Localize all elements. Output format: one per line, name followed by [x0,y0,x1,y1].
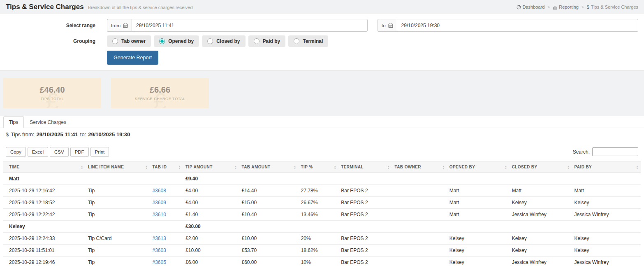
cell-tab-amount: £10.40 [239,209,298,221]
export-buttons: CopyExcelCSVPDFPrint [6,147,109,157]
cell-tab-amount: £53.70 [239,245,298,257]
group-cell [338,173,392,185]
from-label-text: from [111,23,120,28]
service-charge-total-card: ££6.66SERVICE CHARGE TOTAL [111,78,209,108]
column-header-tip[interactable]: TIP %▲▼ [299,161,339,173]
group-cell [392,173,447,185]
tab-service-charges[interactable]: Service Charges [24,116,72,128]
breadcrumb-item-reporting[interactable]: Reporting [553,5,579,9]
cell-terminal: Bar EPOS 2 [338,209,392,221]
generate-report-button[interactable]: Generate Report [107,51,158,65]
report-title-prefix: Tips from: [11,131,34,138]
cell-tab-id: #3603 [150,245,183,257]
export-print-button[interactable]: Print [90,147,109,157]
cell-time: 2025-10-29 12:16:42 [3,185,86,197]
column-header-tip-amount[interactable]: TIP AMOUNT▲▼ [183,161,239,173]
cell-tab-id: #3608 [150,185,183,197]
cell-tab-amount: £15.00 [239,197,298,209]
cell-tab-id: #3610 [150,209,183,221]
cell-time: 2025-10-29 12:18:52 [3,197,86,209]
radio-icon [112,38,118,44]
cell-tab-amount: £60.00 [239,257,298,266]
tab-id-link[interactable]: #3603 [152,247,166,253]
tips-total-card-label: TIPS TOTAL [41,97,64,101]
cell-closed-by: Jessica Winfrey [510,209,572,221]
title-wrap: Tips & Service Charges Breakdown of all … [6,3,193,11]
cell-terminal: Bar EPOS 2 [338,197,392,209]
tips-total-card-value: £46.40 [39,85,65,95]
sort-icon: ▲▼ [234,165,237,169]
page-header: Tips & Service Charges Breakdown of all … [0,0,644,14]
cell-tab-owner [392,197,447,209]
group-cell [392,221,447,233]
cell-line-item-name: Tip [86,209,150,221]
radio-icon [207,38,213,44]
dollar-icon: $ [587,5,589,9]
tab-id-link[interactable]: #3605 [152,259,166,265]
export-copy-button[interactable]: Copy [6,147,26,157]
grouping-option-closed-by[interactable]: Closed by [202,35,245,47]
cell-tab-id: #3609 [150,197,183,209]
column-header-opened-by[interactable]: OPENED BY▲▼ [447,161,510,173]
to-date-input[interactable] [397,19,638,32]
breadcrumb-item-tips-service-charges[interactable]: $Tips & Service Charges [587,5,638,9]
tab-id-link[interactable]: #3610 [152,212,166,217]
column-header-line-item-name[interactable]: LINE ITEM NAME▲▼ [86,161,150,173]
grouping-option-opened-by[interactable]: Opened by [154,35,199,47]
table-row: 2025-10-29 12:19:46Tip#3605£6.00£60.0010… [3,257,641,266]
cell-tab-owner [392,245,447,257]
table-row: 2025-10-29 12:24:33Tip C/Card#3613£2.00£… [3,233,641,245]
cell-tab-owner [392,257,447,266]
report-tabs: TipsService Charges [0,116,644,128]
group-cell [572,173,641,185]
group-name: Matt [3,173,86,185]
column-header-tab-owner[interactable]: TAB OWNER▲▼ [392,161,447,173]
export-csv-button[interactable]: CSV [50,147,69,157]
sort-icon: ▲▼ [636,165,639,169]
cell-tip-amount: £4.00 [183,197,239,209]
column-header-tab-amount[interactable]: TAB AMOUNT▲▼ [239,161,298,173]
cell-paid-by: Matt [572,185,641,197]
tab-id-link[interactable]: #3613 [152,236,166,241]
sort-icon: ▲▼ [442,165,445,169]
cell-paid-by: Kelsey [572,245,641,257]
cell-terminal: Bar EPOS 2 [338,245,392,257]
sort-icon: ▲▼ [505,165,507,169]
column-header-tab-id[interactable]: TAB ID▲▼ [150,161,183,173]
column-header-closed-by[interactable]: CLOSED BY▲▼ [510,161,572,173]
grouping-option-paid-by[interactable]: Paid by [248,35,286,47]
tab-id-link[interactable]: #3609 [152,200,166,205]
cell-opened-by: Kelsey [447,257,510,266]
column-header-paid-by[interactable]: PAID BY▲▼ [572,161,641,173]
tab-id-link[interactable]: #3608 [152,188,166,194]
select-range-row: Select range from to [6,19,638,32]
sort-icon: ▲▼ [145,165,148,169]
page: Tips & Service Charges Breakdown of all … [0,0,644,266]
group-cell [338,221,392,233]
table-row: 2025-10-29 12:18:52Tip#3609£4.00£15.0026… [3,197,641,209]
group-cell [86,221,150,233]
from-date-input[interactable] [132,19,368,32]
column-header-terminal[interactable]: TERMINAL▲▼ [338,161,392,173]
cell-opened-by: Matt [447,185,510,197]
export-pdf-button[interactable]: PDF [70,147,89,157]
grouping-label: Grouping [6,38,107,44]
export-excel-button[interactable]: Excel [28,147,48,157]
breadcrumb-item-dashboard[interactable]: Dashboard [517,5,545,9]
cell-tab-owner [392,209,447,221]
service-charge-total-card-label: SERVICE CHARGE TOTAL [135,97,185,101]
cell-tip-amount: £2.00 [183,233,239,245]
grouping-option-terminal[interactable]: Terminal [288,35,328,47]
search-input[interactable] [592,147,638,156]
report-to-word: to: [80,131,86,138]
report-from-date: 29/10/2025 11:41 [37,131,78,138]
submit-row: Generate Report [6,51,638,65]
grouping-option-tab-owner[interactable]: Tab owner [107,35,151,47]
group-cell [86,173,150,185]
radio-icon [294,38,299,44]
cell-opened-by: Kelsey [447,245,510,257]
column-header-time[interactable]: TIME▲▼ [3,161,86,173]
tab-tips[interactable]: Tips [3,116,24,128]
group-total: £9.40 [183,173,239,185]
cell-line-item-name: Tip [86,257,150,266]
